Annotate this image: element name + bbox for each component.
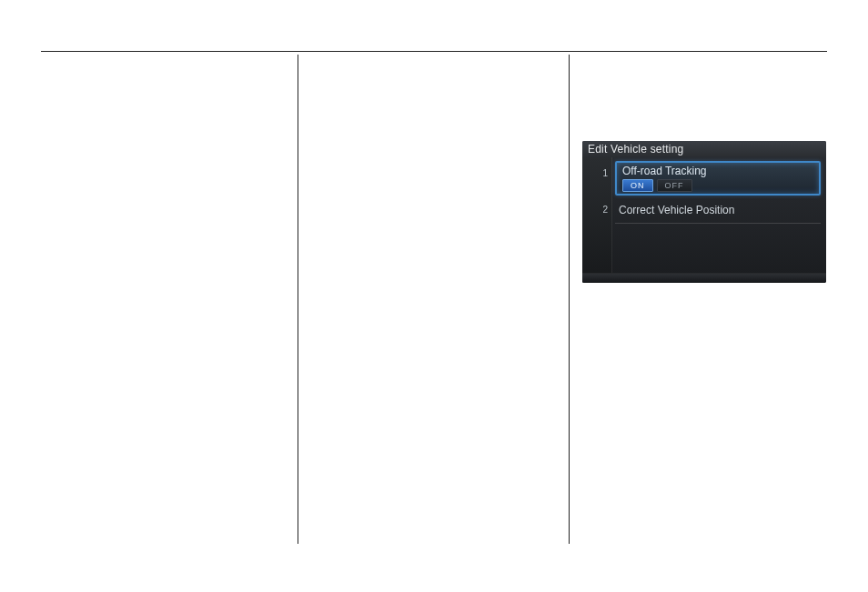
menu-item-label: Correct Vehicle Position [619,204,734,216]
column-divider-2 [569,55,570,544]
device-bottom-bar [582,273,826,283]
toggle-off-button[interactable]: OFF [657,179,692,192]
menu-item-correct-vehicle-position[interactable]: Correct Vehicle Position [615,201,821,219]
horizontal-rule-top [41,51,827,52]
row-number-2: 2 [582,205,611,215]
device-left-rail: 1 2 [582,157,612,283]
offroad-toggle: ON OFF [622,179,813,192]
row-number-1: 1 [582,168,611,178]
column-divider-1 [298,55,298,544]
device-body: 1 2 Off-road Tracking ON OFF Correct Veh… [582,157,826,283]
device-title: Edit Vehicle setting [582,141,826,157]
menu-item-label: Off-road Tracking [622,165,813,177]
device-screenshot: Edit Vehicle setting 1 2 Off-road Tracki… [582,141,826,283]
toggle-on-button[interactable]: ON [622,179,653,192]
menu-item-offroad-tracking[interactable]: Off-road Tracking ON OFF [615,161,821,196]
menu-divider [615,223,821,224]
